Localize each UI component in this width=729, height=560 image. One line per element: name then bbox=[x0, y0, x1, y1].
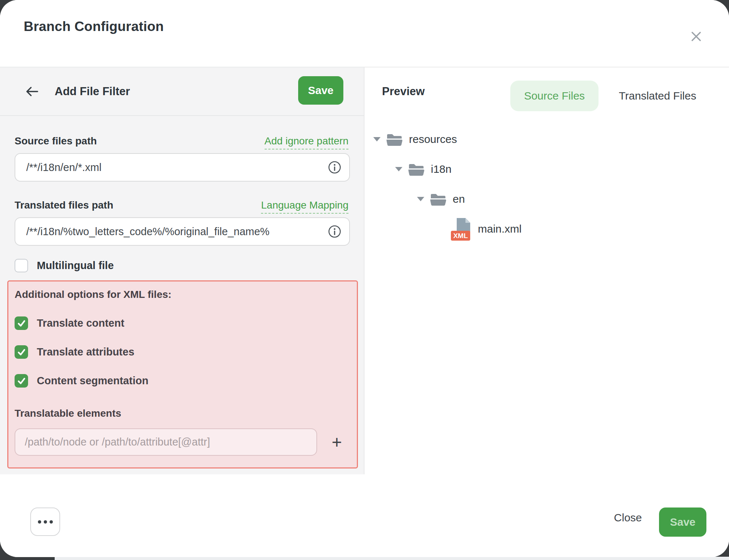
info-icon[interactable] bbox=[328, 225, 341, 238]
xml-badge: XML bbox=[453, 232, 468, 240]
translated-path-field bbox=[15, 217, 350, 246]
content-segmentation-option[interactable]: Content segmentation bbox=[15, 374, 148, 388]
file-filter-panel: Add File Filter Save Source files path A… bbox=[0, 67, 364, 474]
translatable-elements-label: Translatable elements bbox=[15, 408, 121, 419]
caret-down-icon[interactable] bbox=[373, 137, 381, 141]
panel-title: Add File Filter bbox=[55, 85, 130, 98]
caret-down-icon[interactable] bbox=[417, 197, 424, 201]
file-filter-form: Source files path Add ignore pattern bbox=[0, 116, 364, 474]
translated-path-input[interactable] bbox=[15, 217, 350, 246]
file-tree: resources i18n bbox=[365, 124, 729, 244]
tree-row-resources[interactable]: resources bbox=[365, 124, 729, 154]
tree-item-label: i18n bbox=[431, 163, 452, 175]
preview-title: Preview bbox=[382, 85, 425, 98]
modal-title: Branch Configuration bbox=[24, 19, 164, 34]
more-options-button[interactable] bbox=[30, 508, 60, 536]
modal-body: Add File Filter Save Source files path A… bbox=[0, 67, 729, 474]
translated-path-label: Translated files path bbox=[15, 199, 113, 211]
tree-row-en[interactable]: en bbox=[365, 184, 729, 214]
tree-item-label: en bbox=[453, 193, 465, 205]
tab-label: Translated Files bbox=[619, 90, 696, 102]
tree-row-main-xml[interactable]: XML main.xml bbox=[365, 214, 729, 244]
folder-icon bbox=[386, 132, 403, 147]
save-button[interactable]: Save bbox=[659, 508, 706, 537]
content-segmentation-checkbox[interactable] bbox=[15, 374, 28, 388]
translate-attributes-label: Translate attributes bbox=[37, 346, 135, 358]
translate-content-checkbox[interactable] bbox=[15, 316, 28, 330]
source-path-label: Source files path bbox=[15, 135, 97, 147]
preview-panel: Preview Source Files Translated Files re… bbox=[365, 67, 729, 474]
folder-icon bbox=[429, 192, 447, 206]
back-button[interactable] bbox=[23, 83, 41, 100]
translatable-elements-input[interactable] bbox=[15, 428, 317, 456]
source-path-field bbox=[15, 153, 350, 182]
translate-attributes-option[interactable]: Translate attributes bbox=[15, 345, 135, 359]
close-button[interactable]: Close bbox=[614, 512, 642, 524]
xml-file-icon: XML bbox=[450, 216, 472, 242]
add-ignore-pattern-link[interactable]: Add ignore pattern bbox=[265, 135, 348, 149]
modal-header: Branch Configuration bbox=[0, 0, 729, 67]
modal-footer: Close Save bbox=[0, 474, 729, 557]
source-path-input[interactable] bbox=[15, 153, 350, 182]
multilingual-label: Multilingual file bbox=[37, 260, 114, 272]
modal-backdrop: Branch Configuration Add File Filter Sav… bbox=[0, 0, 729, 560]
close-icon[interactable] bbox=[685, 26, 707, 47]
translate-content-option[interactable]: Translate content bbox=[15, 316, 124, 330]
tab-label: Source Files bbox=[524, 90, 585, 102]
tree-item-label: main.xml bbox=[478, 223, 522, 235]
language-mapping-link[interactable]: Language Mapping bbox=[261, 199, 348, 214]
ellipsis-icon bbox=[44, 520, 47, 524]
branch-configuration-modal: Branch Configuration Add File Filter Sav… bbox=[0, 0, 729, 557]
file-filter-header: Add File Filter Save bbox=[0, 67, 364, 116]
tab-translated-files[interactable]: Translated Files bbox=[610, 81, 705, 111]
translate-attributes-checkbox[interactable] bbox=[15, 345, 28, 359]
tree-row-i18n[interactable]: i18n bbox=[365, 154, 729, 184]
save-filter-button[interactable]: Save bbox=[298, 76, 343, 105]
multilingual-checkbox[interactable] bbox=[15, 259, 28, 272]
folder-icon bbox=[408, 162, 425, 176]
xml-options-group: Additional options for XML files: Transl… bbox=[7, 280, 358, 468]
page-edge-strip bbox=[55, 557, 729, 560]
ellipsis-icon bbox=[50, 520, 53, 524]
plus-icon: + bbox=[332, 432, 342, 452]
tab-source-files[interactable]: Source Files bbox=[510, 81, 599, 111]
xml-options-title: Additional options for XML files: bbox=[15, 289, 171, 300]
add-element-button[interactable]: + bbox=[323, 428, 351, 456]
info-icon[interactable] bbox=[328, 161, 341, 174]
tree-item-label: resources bbox=[409, 133, 457, 145]
ellipsis-icon bbox=[38, 520, 41, 524]
caret-down-icon[interactable] bbox=[395, 167, 402, 171]
translate-content-label: Translate content bbox=[37, 317, 124, 329]
content-segmentation-label: Content segmentation bbox=[37, 375, 148, 387]
multilingual-file-option[interactable]: Multilingual file bbox=[15, 259, 114, 272]
arrow-left-icon bbox=[24, 85, 40, 98]
